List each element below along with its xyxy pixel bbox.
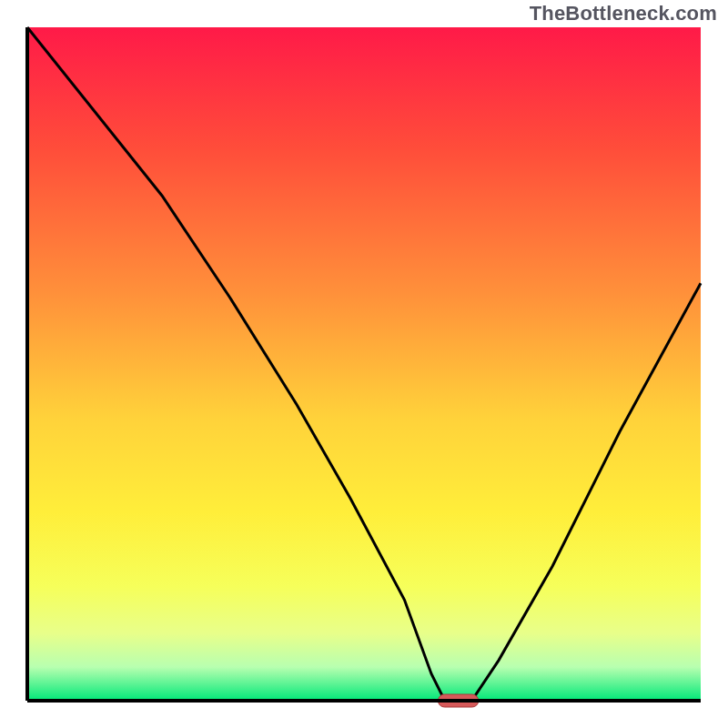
chart-svg xyxy=(0,0,728,728)
watermark-label: TheBottleneck.com xyxy=(530,2,717,25)
plot-background xyxy=(27,27,701,701)
bottleneck-chart: TheBottleneck.com xyxy=(0,0,728,728)
